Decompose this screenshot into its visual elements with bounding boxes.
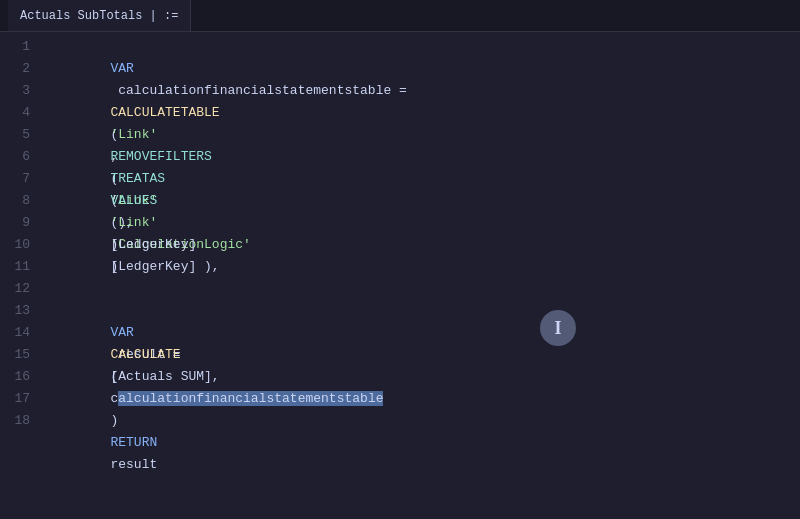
line-numbers: 1 2 3 4 5 6 7 8 9 10 11 12 13 14 15 16 1… <box>0 36 40 432</box>
code-line-17: RETURN <box>48 388 800 410</box>
tab-label: Actuals SubTotals | := <box>20 9 178 23</box>
line-num-8: 8 <box>0 190 30 212</box>
line-num-14: 14 <box>0 322 30 344</box>
code-line-16: ) <box>48 366 800 388</box>
line-num-13: 13 <box>0 300 30 322</box>
line-num-3: 3 <box>0 80 30 102</box>
code-line-18: result <box>48 410 800 432</box>
line-num-10: 10 <box>0 234 30 256</box>
code-line-7: 'Link' [LedgerKey] <box>48 168 800 190</box>
indent-18 <box>110 435 172 450</box>
code-line-1: VAR calculationfinancialstatementstable … <box>48 36 800 58</box>
code-line-6: VALUES ( 'CalculationLogic' [LedgerKey] … <box>48 146 800 168</box>
code-line-12: VAR result = <box>48 278 800 300</box>
editor-container: Actuals SubTotals | := 1 2 3 4 5 6 7 8 9… <box>0 0 800 519</box>
line-num-7: 7 <box>0 168 30 190</box>
code-line-5: TREATAS ( <box>48 124 800 146</box>
code-line-3: 'Link' , <box>48 80 800 102</box>
code-area: 1 2 3 4 5 6 7 8 9 10 11 12 13 14 15 16 1… <box>0 32 800 432</box>
line-num-5: 5 <box>0 124 30 146</box>
line-num-17: 17 <box>0 388 30 410</box>
code-line-2: CALCULATETABLE ( <box>48 58 800 80</box>
code-lines[interactable]: VAR calculationfinancialstatementstable … <box>40 36 800 432</box>
code-line-8: ) <box>48 190 800 212</box>
line-num-15: 15 <box>0 344 30 366</box>
line-num-12: 12 <box>0 278 30 300</box>
text-cursor-indicator: I <box>540 310 576 346</box>
line-num-18: 18 <box>0 410 30 432</box>
code-line-13: CALCULATE ( <box>48 300 800 322</box>
line-num-6: 6 <box>0 146 30 168</box>
code-line-4: REMOVEFILTERS ( 'Link' ), <box>48 102 800 124</box>
tab-bar: Actuals SubTotals | := <box>0 0 800 32</box>
line-num-4: 4 <box>0 102 30 124</box>
code-line-15: calculationfinancialstatementstable <box>48 344 800 366</box>
code-line-14: [Actuals SUM], <box>48 322 800 344</box>
code-line-11 <box>48 256 800 278</box>
cursor-symbol: I <box>554 318 561 339</box>
line-num-9: 9 <box>0 212 30 234</box>
line-num-11: 11 <box>0 256 30 278</box>
editor-tab[interactable]: Actuals SubTotals | := <box>8 0 191 31</box>
line-num-16: 16 <box>0 366 30 388</box>
code-line-10 <box>48 234 800 256</box>
code-line-9: ) <box>48 212 800 234</box>
text-18: result <box>110 457 157 472</box>
line-num-2: 2 <box>0 58 30 80</box>
line-num-1: 1 <box>0 36 30 58</box>
